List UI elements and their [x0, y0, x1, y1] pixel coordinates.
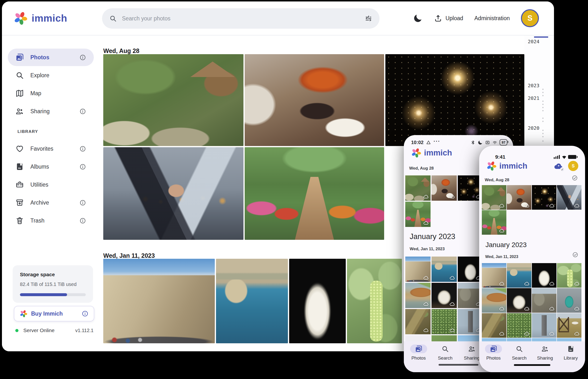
photo-dinner[interactable]	[431, 175, 457, 201]
cloud-sync-icon	[524, 306, 530, 312]
buy-info-icon[interactable]	[82, 310, 88, 317]
photo-monkeys[interactable]	[405, 175, 430, 201]
photo-hands[interactable]	[557, 185, 581, 210]
backup-check-badge: ✓	[560, 167, 565, 172]
user-avatar[interactable]: S	[568, 161, 578, 171]
sidebar-item-archive[interactable]: Archive	[8, 194, 94, 211]
cloud-sync-icon	[549, 331, 555, 336]
user-avatar[interactable]: S	[521, 9, 539, 27]
upload-button[interactable]: Upload	[434, 14, 463, 22]
home-indicator[interactable]	[514, 364, 550, 366]
sidebar-item-utilities[interactable]: Utilities	[8, 176, 94, 193]
scrubber-dot	[542, 110, 543, 111]
home-indicator[interactable]	[439, 364, 478, 366]
nav-label: Search	[438, 355, 452, 361]
sidebar-item-albums[interactable]: Albums	[8, 158, 94, 175]
date-group-header: Wed, Jan 11, 2023	[103, 252, 155, 259]
photo-tower[interactable]	[532, 313, 556, 338]
scrubber-year[interactable]: 2023	[528, 83, 540, 88]
search-filters-icon[interactable]	[365, 15, 372, 22]
immich-logo[interactable]: immich	[14, 1, 67, 35]
library-section-label: LIBRARY	[17, 129, 97, 134]
photo-hands[interactable]	[103, 147, 243, 240]
sidebar-item-favorites[interactable]: Favorites	[8, 140, 94, 158]
date-group-header: Wed, Aug 28	[485, 178, 509, 182]
photo-grapes[interactable]	[347, 259, 402, 343]
photo-ruins[interactable]	[532, 288, 556, 313]
scrubber-year[interactable]: 2021	[528, 95, 540, 101]
info-icon[interactable]	[79, 163, 86, 170]
sidebar-item-explore[interactable]: Explore	[8, 66, 94, 84]
info-icon[interactable]	[79, 218, 86, 224]
photo-monkeys[interactable]	[482, 185, 506, 210]
photo-fort[interactable]	[103, 259, 215, 343]
nav-label: Photos	[486, 355, 501, 361]
photo-lizard[interactable]	[405, 309, 430, 334]
photo-fireworks[interactable]	[385, 54, 524, 146]
administration-label: Administration	[474, 15, 510, 22]
photo-tealtree[interactable]	[557, 288, 581, 313]
photo-fort[interactable]	[482, 263, 506, 288]
search-bar[interactable]	[102, 8, 380, 29]
people-icon	[16, 107, 24, 115]
sidebar-item-sharing[interactable]: Sharing	[8, 103, 94, 120]
photo-fort[interactable]	[405, 256, 430, 282]
search-icon	[16, 71, 24, 79]
administration-link[interactable]: Administration	[474, 15, 510, 22]
photo-bust[interactable]	[289, 259, 346, 343]
sidebar-item-map[interactable]: Map	[8, 85, 94, 102]
photo-seafort[interactable]	[431, 256, 457, 282]
photo-farm[interactable]	[557, 313, 581, 338]
nav-item-photos[interactable]: Photos	[481, 341, 506, 372]
backup-cloud-icon[interactable]: ✓	[553, 161, 564, 171]
cloud-sync-icon	[574, 281, 580, 286]
info-icon[interactable]	[79, 145, 86, 152]
photo-moss[interactable]	[431, 309, 457, 334]
nav-item-photos[interactable]: Photos	[405, 341, 432, 372]
photo-path[interactable]	[482, 210, 506, 235]
photo-monkeys[interactable]	[103, 54, 243, 146]
photo-grapes[interactable]	[557, 263, 581, 288]
battery-indicator: 97	[500, 139, 507, 145]
photo-beach[interactable]	[405, 283, 430, 308]
info-icon[interactable]	[79, 54, 86, 61]
info-icon[interactable]	[79, 108, 86, 115]
photo-path[interactable]	[405, 202, 430, 227]
photo-seafort[interactable]	[216, 259, 288, 343]
photo-dinner[interactable]	[245, 54, 384, 146]
photo-dinner[interactable]	[507, 185, 531, 210]
nav-label: Sharing	[464, 355, 480, 361]
phone2-status-bar: 9:41	[495, 154, 576, 160]
cloud-sync-icon	[423, 220, 429, 226]
buy-immich-button[interactable]: Buy Immich	[14, 306, 94, 321]
select-all-check-icon[interactable]	[572, 175, 578, 181]
sidebar-item-photos[interactable]: Photos	[8, 48, 94, 66]
photo-bust[interactable]	[532, 263, 556, 288]
wifi-icon	[561, 154, 567, 160]
photo-moss[interactable]	[507, 313, 531, 338]
photo-path[interactable]	[245, 147, 384, 240]
info-icon[interactable]	[79, 199, 86, 206]
nav-label: Search	[512, 355, 526, 361]
nav-item-library[interactable]: Library	[558, 341, 584, 372]
search-input[interactable]	[122, 15, 360, 22]
scrubber-year[interactable]: 2020	[528, 125, 540, 131]
cloud-sync-icon	[449, 194, 455, 199]
nav-item-sharing[interactable]: Sharing	[532, 341, 558, 372]
phone-mockup-ios: 9:41 immich ✓ S Wed, Aug 28 January	[479, 146, 585, 372]
sim-off-icon	[485, 140, 490, 145]
cloud-sync-icon	[574, 203, 580, 208]
select-all-check-icon[interactable]	[572, 252, 578, 258]
nav-item-search[interactable]: Search	[506, 341, 532, 372]
nav-item-search[interactable]: Search	[432, 341, 459, 372]
sidebar-item-trash[interactable]: Trash	[8, 212, 94, 229]
photo-stonebust[interactable]	[507, 288, 531, 313]
phone2-header-actions: ✓ S	[553, 161, 578, 171]
photo-seafort[interactable]	[507, 263, 531, 288]
immich-flower-icon	[411, 148, 421, 158]
photo-stonebust[interactable]	[431, 283, 457, 308]
dark-mode-toggle-moon-icon[interactable]	[413, 13, 423, 23]
photo-fireworks[interactable]	[532, 185, 556, 210]
photo-lizard[interactable]	[482, 313, 506, 338]
photo-beach[interactable]	[482, 288, 506, 313]
